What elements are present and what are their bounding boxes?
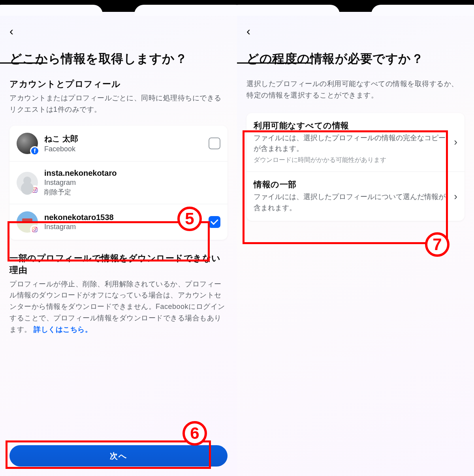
account-note: 削除予定 xyxy=(44,188,220,197)
chevron-right-icon: › xyxy=(454,190,457,203)
accounts-desc: アカウントまたはプロフィールごとに、同時に処理待ちにできるリクエストは1件のみで… xyxy=(9,92,228,115)
left-screenshot: ‹ どこから情報を取得しますか？ アカウントとプロフィール アカウントまたはプロ… xyxy=(0,0,237,476)
option-desc: ファイルには、選択したプロフィールについて選んだ情報が含まれます。 xyxy=(254,192,451,214)
accounts-heading: アカウントとプロフィール xyxy=(9,78,228,90)
next-button[interactable]: 次へ xyxy=(9,445,228,467)
facebook-badge-icon xyxy=(30,146,40,156)
option-title: 利用可能なすべての情報 xyxy=(254,120,451,131)
option-desc: ファイルには、選択したプロフィールの情報の完全なコピーが含まれます。 xyxy=(254,133,451,155)
right-screenshot: ‹ どの程度の情報が必要ですか？ 選択したプロフィールの利用可能なすべての情報を… xyxy=(237,0,474,476)
back-icon[interactable]: ‹ xyxy=(9,25,13,37)
account-row-instagram-selected[interactable]: nekonekotaro1538 Instagram xyxy=(9,204,228,240)
reason-desc: プロフィールが停止、削除、利用解除されているか、プロフィール情報のダウンロードが… xyxy=(9,278,228,335)
annotation-number-7: 7 xyxy=(425,232,450,257)
status-bar xyxy=(0,0,237,12)
checkbox-checked[interactable] xyxy=(209,216,220,228)
option-title: 情報の一部 xyxy=(254,179,451,190)
progress-underline xyxy=(0,62,47,64)
svg-point-5 xyxy=(36,228,37,228)
accounts-card: ねこ 太郎 Facebook insta.nekonekotaro Instag… xyxy=(9,126,228,240)
account-service: Instagram xyxy=(44,179,220,187)
avatar xyxy=(17,211,38,233)
account-name: nekonekotaro1538 xyxy=(44,213,209,222)
instagram-badge-icon xyxy=(30,185,40,195)
page-title: どこから情報を取得しますか？ xyxy=(9,51,228,67)
option-partial-info[interactable]: 情報の一部 ファイルには、選択したプロフィールについて選んだ情報が含まれます。 … xyxy=(246,171,465,221)
avatar xyxy=(17,133,38,154)
learn-more-link[interactable]: 詳しくはこちら。 xyxy=(34,325,92,333)
account-row-facebook[interactable]: ねこ 太郎 Facebook xyxy=(9,126,228,161)
progress-underline xyxy=(237,62,312,64)
instagram-badge-icon xyxy=(30,225,40,234)
svg-point-2 xyxy=(36,188,37,189)
page-title: どの程度の情報が必要ですか？ xyxy=(246,51,465,67)
reason-heading: 一部のプロフィールで情報をダウンロードできない理由 xyxy=(9,252,228,276)
back-icon[interactable]: ‹ xyxy=(246,25,250,37)
annotation-number-6: 6 xyxy=(182,421,207,446)
svg-point-4 xyxy=(34,228,36,230)
account-row-instagram-pending[interactable]: insta.nekonekotaro Instagram 削除予定 xyxy=(9,161,228,204)
account-name: ねこ 太郎 xyxy=(44,134,209,144)
option-note: ダウンロードに時間がかかる可能性があります xyxy=(254,156,451,164)
account-service: Facebook xyxy=(44,145,209,153)
option-all-info[interactable]: 利用可能なすべての情報 ファイルには、選択したプロフィールの情報の完全なコピーが… xyxy=(246,113,465,172)
account-name: insta.nekonekotaro xyxy=(44,169,220,178)
avatar xyxy=(17,172,38,193)
status-bar xyxy=(237,0,474,12)
page-desc: 選択したプロフィールの利用可能なすべての情報を取得するか、特定の情報を選択するこ… xyxy=(246,78,465,101)
checkbox[interactable] xyxy=(209,137,220,149)
chevron-right-icon: › xyxy=(454,136,457,148)
account-service: Instagram xyxy=(44,223,209,231)
svg-point-1 xyxy=(34,189,36,191)
options-card: 利用可能なすべての情報 ファイルには、選択したプロフィールの情報の完全なコピーが… xyxy=(246,113,465,221)
